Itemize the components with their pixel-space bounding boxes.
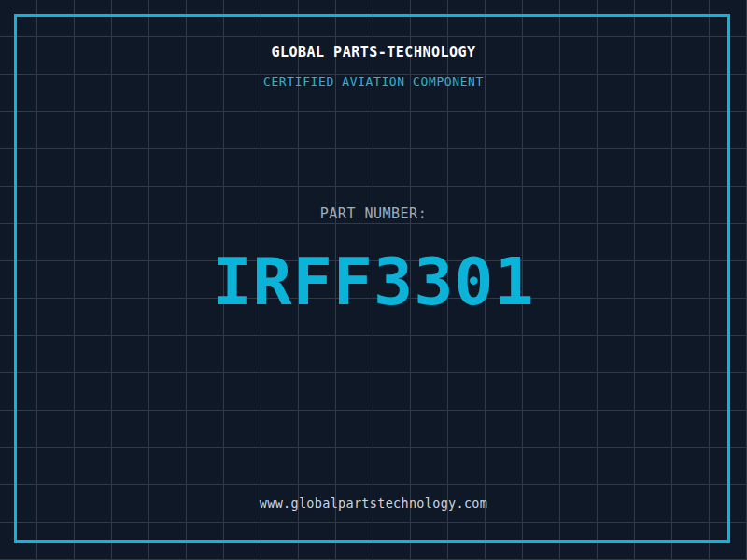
- certification-subtitle: CERTIFIED AVIATION COMPONENT: [0, 75, 747, 90]
- product-card: GLOBAL PARTS-TECHNOLOGY CERTIFIED AVIATI…: [0, 0, 747, 560]
- part-number-label: PART NUMBER:: [0, 205, 747, 222]
- part-number-value: IRFF3301: [0, 249, 747, 315]
- website-url: www.globalpartstechnology.com: [0, 496, 747, 511]
- brand-title: GLOBAL PARTS-TECHNOLOGY: [0, 44, 747, 61]
